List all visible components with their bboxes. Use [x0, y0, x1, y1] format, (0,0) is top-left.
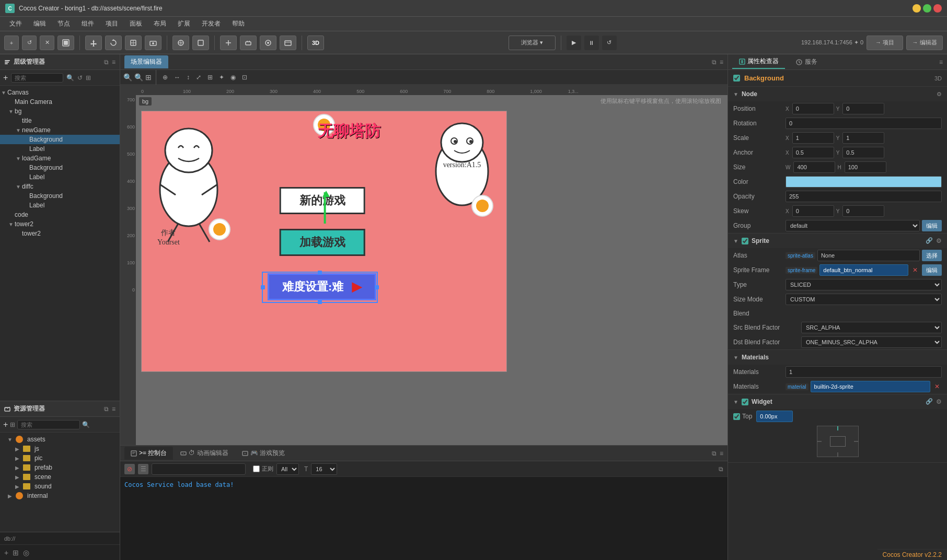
- extra-btn3[interactable]: [260, 36, 276, 50]
- materials-count-input[interactable]: [786, 366, 942, 378]
- size-w-input[interactable]: [793, 161, 835, 173]
- tree-item-diffc[interactable]: ▼ diffc: [0, 182, 120, 191]
- tree-item-bg[interactable]: ▼ bg: [0, 107, 120, 116]
- type-select[interactable]: SLICED: [786, 279, 942, 290]
- scene-maximize-icon[interactable]: ⧉: [712, 59, 717, 66]
- console-filter-select[interactable]: All: [276, 463, 299, 475]
- zoom-out-icon[interactable]: 🔍: [123, 73, 132, 81]
- console-regex-check[interactable]: [253, 465, 260, 472]
- scene-tool6[interactable]: ✦: [217, 74, 226, 81]
- stop-button[interactable]: ✕: [40, 36, 54, 50]
- menu-help[interactable]: 帮助: [227, 18, 250, 29]
- section-widget-header[interactable]: ▼ Widget 🔗 ⚙: [728, 394, 947, 409]
- materials-clear[interactable]: ✕: [932, 383, 942, 390]
- skew-x-input[interactable]: [792, 205, 834, 217]
- section-materials-header[interactable]: ▼ Materials: [728, 350, 947, 365]
- hierarchy-search[interactable]: [11, 73, 63, 83]
- 3d-button[interactable]: 3D: [307, 36, 324, 50]
- section-node-header[interactable]: ▼ Node ⚙: [728, 87, 947, 101]
- sprite-frame-input[interactable]: [819, 264, 908, 276]
- src-blend-select[interactable]: SRC_ALPHA: [801, 322, 942, 333]
- project-button[interactable]: → 项目: [867, 36, 903, 50]
- anchor-y-input[interactable]: [842, 147, 884, 158]
- tab-game-preview[interactable]: 🎮 游戏预览: [236, 447, 291, 460]
- asset-item-prefab[interactable]: ▶ prefab: [0, 463, 120, 472]
- section-sprite-header[interactable]: ▼ Sprite 🔗 ⚙: [728, 234, 947, 248]
- console-expand-icon[interactable]: ⧉: [712, 450, 717, 457]
- console-expand2-icon[interactable]: ⧉: [719, 465, 723, 473]
- rect-tool[interactable]: [145, 36, 161, 50]
- scene-tool2[interactable]: ↔: [172, 74, 182, 81]
- tree-item-title[interactable]: ▶ title: [0, 116, 120, 125]
- assets-icon-menu[interactable]: ≡: [112, 405, 116, 413]
- hierarchy-icon-menu[interactable]: ≡: [112, 59, 116, 66]
- console-stop-icon[interactable]: ⊘: [124, 464, 135, 474]
- add-button[interactable]: +: [4, 36, 19, 50]
- bottom-icon-eye[interactable]: ◎: [23, 549, 29, 557]
- btn-load-game[interactable]: 加载游戏: [280, 229, 365, 256]
- scene-tool3[interactable]: ↕: [184, 74, 192, 81]
- assets-sort-btn[interactable]: ⊞: [10, 421, 15, 428]
- material-tag[interactable]: material: [786, 383, 809, 390]
- extra-btn1[interactable]: [220, 36, 237, 50]
- tree-item-code[interactable]: ▶ code: [0, 210, 120, 219]
- atlas-tag[interactable]: sprite-atlas: [786, 252, 815, 259]
- dst-blend-select[interactable]: ONE_MINUS_SRC_ALPHA: [801, 336, 942, 348]
- rotate-tool[interactable]: [105, 36, 122, 50]
- widget-settings-icon[interactable]: ⚙: [936, 398, 942, 405]
- anchor-toggle[interactable]: [172, 36, 189, 50]
- menu-project[interactable]: 项目: [100, 18, 123, 29]
- atlas-select-btn[interactable]: 选择: [922, 250, 942, 261]
- sprite-frame-edit-btn[interactable]: 编辑: [922, 264, 942, 276]
- sprite-link-icon[interactable]: 🔗: [926, 237, 933, 244]
- group-select[interactable]: default: [786, 220, 920, 231]
- tree-item-background3[interactable]: ▶ Background: [0, 191, 120, 201]
- asset-item-assets[interactable]: ▼ assets: [0, 435, 120, 444]
- menu-panel[interactable]: 面板: [124, 18, 147, 29]
- node-active-check[interactable]: [733, 75, 740, 81]
- zoom-in-icon[interactable]: 🔍: [134, 73, 143, 81]
- tree-item-main-camera[interactable]: ▶ Main Camera: [0, 97, 120, 107]
- tree-item-background2[interactable]: ▶ Background: [0, 163, 120, 172]
- tree-item-tower2[interactable]: ▼ tower2: [0, 219, 120, 229]
- atlas-input[interactable]: [817, 250, 920, 261]
- console-search-input[interactable]: [152, 463, 246, 475]
- tree-item-label3[interactable]: ▶ Label: [0, 201, 120, 210]
- tree-item-label2[interactable]: ▶ Label: [0, 172, 120, 182]
- opacity-input[interactable]: [786, 191, 942, 202]
- menu-developer[interactable]: 开发者: [197, 18, 226, 29]
- position-x-input[interactable]: [792, 103, 834, 114]
- extra-btn2[interactable]: [240, 36, 257, 50]
- close-button[interactable]: [933, 4, 942, 13]
- inspector-expand-icon[interactable]: ≡: [939, 59, 943, 66]
- skew-y-input[interactable]: [842, 205, 884, 217]
- tree-item-label1[interactable]: ▶ Label: [0, 144, 120, 154]
- materials-input[interactable]: [811, 381, 930, 392]
- bottom-icon-add[interactable]: +: [4, 549, 8, 557]
- step-button[interactable]: ↺: [602, 36, 617, 50]
- hierarchy-icon-copy[interactable]: ⧉: [104, 59, 109, 66]
- scale-tool[interactable]: [125, 36, 142, 50]
- scene-tool8[interactable]: ⊡: [240, 74, 249, 81]
- scene-tab[interactable]: 场景编辑器: [124, 55, 168, 68]
- hierarchy-add-btn[interactable]: +: [3, 73, 8, 83]
- scale-y-input[interactable]: [842, 132, 884, 144]
- menu-edit[interactable]: 编辑: [28, 18, 51, 29]
- asset-item-js[interactable]: ▶ js: [0, 444, 120, 453]
- assets-add-btn[interactable]: +: [3, 420, 8, 429]
- sprite-frame-clear[interactable]: ✕: [910, 266, 920, 274]
- widget-active-check[interactable]: [742, 399, 748, 405]
- maximize-button[interactable]: [923, 4, 931, 13]
- scene-tool7[interactable]: ◉: [228, 74, 238, 81]
- console-fontsize-select[interactable]: 16: [311, 463, 337, 475]
- widget-top-check[interactable]: [733, 413, 740, 420]
- gizmo-toggle[interactable]: [192, 36, 209, 50]
- asset-item-scene[interactable]: ▶ scene: [0, 472, 120, 482]
- node-settings-icon[interactable]: ⚙: [937, 91, 942, 98]
- tab-service[interactable]: 服务: [789, 55, 823, 68]
- console-menu-icon[interactable]: ≡: [720, 450, 723, 457]
- asset-item-sound[interactable]: ▶ sound: [0, 482, 120, 491]
- size-mode-select[interactable]: CUSTOM: [786, 294, 942, 305]
- assets-icon-copy[interactable]: ⧉: [104, 405, 109, 413]
- sprite-frame-tag[interactable]: sprite-frame: [786, 267, 817, 274]
